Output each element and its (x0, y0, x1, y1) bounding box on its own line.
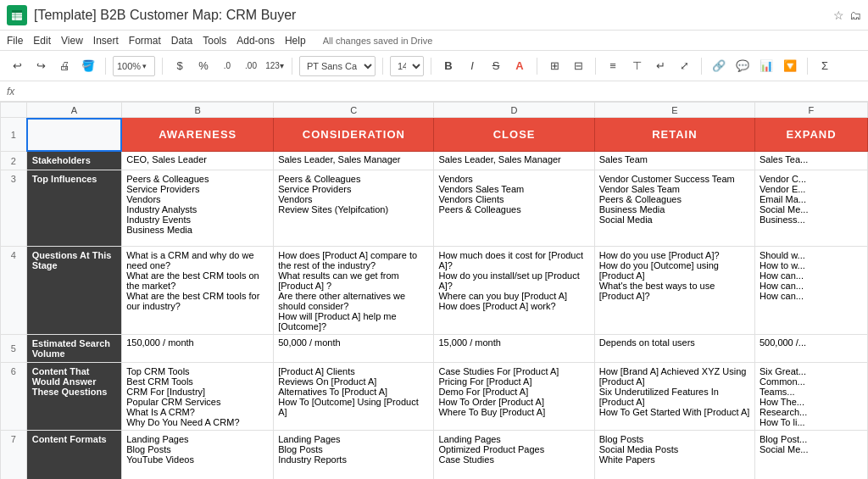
cell-f4[interactable]: Should w... How to w... How can... How c… (754, 247, 867, 335)
formula-input[interactable] (21, 83, 861, 100)
currency-button[interactable]: $ (170, 56, 190, 76)
title-icons: ☆ 🗂 (833, 8, 861, 22)
row-num-6: 6 (1, 363, 27, 431)
percent-button[interactable]: % (193, 56, 214, 76)
formula-bar: fx (0, 81, 868, 102)
menu-help[interactable]: Help (285, 35, 306, 47)
cell-f7[interactable]: Blog Post... Social Me... (754, 431, 867, 480)
chart-button[interactable]: 📊 (756, 56, 776, 76)
cell-e2[interactable]: Sales Team (594, 152, 754, 170)
cell-a7[interactable]: Content Formats (26, 431, 122, 480)
cell-c6[interactable]: [Product A] Clients Reviews On [Product … (274, 363, 434, 431)
menu-edit[interactable]: Edit (33, 35, 51, 47)
cell-d4[interactable]: How much does it cost for [Product A]? H… (434, 247, 594, 335)
cell-a3[interactable]: Top Influences (26, 170, 122, 247)
toolbar-sep-5 (431, 58, 431, 75)
menu-file[interactable]: File (7, 35, 23, 47)
valign-button[interactable]: ⊤ (626, 56, 647, 76)
rotate-button[interactable]: ⤢ (674, 56, 694, 76)
fx-label: fx (7, 86, 14, 97)
menu-format[interactable]: Format (129, 35, 161, 47)
bold-button[interactable]: B (438, 56, 459, 76)
undo-button[interactable]: ↩ (7, 56, 27, 76)
cell-b6[interactable]: Top CRM Tools Best CRM Tools CRM For [In… (122, 363, 274, 431)
stage-header-awareness[interactable]: AWARENESS (122, 118, 274, 152)
cell-a4[interactable]: Questions At This Stage (26, 247, 122, 335)
redo-button[interactable]: ↪ (31, 56, 51, 76)
table-row: 2 Stakeholders CEO, Sales Leader Sales L… (1, 152, 868, 170)
menu-tools[interactable]: Tools (203, 35, 226, 47)
cell-b3[interactable]: Peers & Colleagues Service Providers Ven… (122, 170, 274, 247)
cell-c3[interactable]: Peers & Colleagues Service Providers Ven… (274, 170, 434, 247)
link-button[interactable]: 🔗 (709, 56, 729, 76)
cell-f3[interactable]: Vendor C... Vendor E... Email Ma... Soci… (754, 170, 867, 247)
col-header-b[interactable]: B (122, 103, 274, 118)
cell-a6[interactable]: Content That Would Answer These Question… (26, 363, 122, 431)
toolbar-sep-2 (162, 58, 163, 75)
cell-e6[interactable]: How [Brand A] Achieved XYZ Using [Produc… (594, 363, 754, 431)
cell-c2[interactable]: Sales Leader, Sales Manager (274, 152, 434, 170)
table-row: 7 Content Formats Landing Pages Blog Pos… (1, 431, 868, 480)
cell-e4[interactable]: How do you use [Product A]? How do you [… (594, 247, 754, 335)
stage-header-close[interactable]: CLOSE (434, 118, 594, 152)
cell-e5[interactable]: Depends on total users (594, 335, 754, 363)
paint-format-button[interactable]: 🪣 (78, 56, 98, 76)
function-button[interactable]: Σ (815, 56, 835, 76)
cell-b5[interactable]: 150,000 / month (122, 335, 274, 363)
text-color-button[interactable]: A (509, 56, 530, 76)
stage-header-retain[interactable]: RETAIN (594, 118, 754, 152)
table-row: 4 Questions At This Stage What is a CRM … (1, 247, 868, 335)
zoom-selector[interactable]: 100% ▾ (113, 56, 155, 76)
col-header-f[interactable]: F (754, 103, 867, 118)
menu-addons[interactable]: Add-ons (236, 35, 275, 47)
font-selector[interactable]: PT Sans Ca... (299, 56, 376, 76)
menu-view[interactable]: View (61, 35, 83, 47)
toolbar-sep-4 (382, 58, 383, 75)
comment-button[interactable]: 💬 (732, 56, 753, 76)
col-header-d[interactable]: D (434, 103, 594, 118)
cell-f2[interactable]: Sales Tea... (754, 152, 867, 170)
col-header-e[interactable]: E (594, 103, 754, 118)
merge-cells-button[interactable]: ⊟ (568, 56, 588, 76)
decimal-increase-button[interactable]: .00 (241, 56, 261, 76)
col-header-a[interactable]: A (26, 103, 122, 118)
align-button[interactable]: ≡ (603, 56, 623, 76)
cell-d3[interactable]: Vendors Vendors Sales Team Vendors Clien… (434, 170, 594, 247)
cell-b7[interactable]: Landing Pages Blog Posts YouTube Videos (122, 431, 274, 480)
filter-button[interactable]: 🔽 (780, 56, 800, 76)
cell-c4[interactable]: How does [Product A] compare to the rest… (274, 247, 434, 335)
font-size-selector[interactable]: 14 (390, 56, 424, 76)
more-formats-button[interactable]: 123▾ (264, 56, 285, 76)
toolbar-sep-3 (292, 58, 292, 75)
cell-d6[interactable]: Case Studies For [Product A] Pricing For… (434, 363, 594, 431)
col-header-c[interactable]: C (274, 103, 434, 118)
cell-c7[interactable]: Landing Pages Blog Posts Industry Report… (274, 431, 434, 480)
title-bar: [Template] B2B Customer Map: CRM Buyer ☆… (0, 0, 868, 31)
cell-b2[interactable]: CEO, Sales Leader (122, 152, 274, 170)
cell-f5[interactable]: 500,000 /... (754, 335, 867, 363)
folder-icon[interactable]: 🗂 (849, 8, 861, 22)
print-button[interactable]: 🖨 (54, 56, 75, 76)
cell-d7[interactable]: Landing Pages Optimized Product Pages Ca… (434, 431, 594, 480)
menu-insert[interactable]: Insert (93, 35, 119, 47)
cell-f6[interactable]: Six Great... Common... Teams... How The.… (754, 363, 867, 431)
decimal-decrease-button[interactable]: .0 (217, 56, 237, 76)
cell-e3[interactable]: Vendor Customer Success Team Vendor Sale… (594, 170, 754, 247)
toolbar-sep-9 (807, 58, 808, 75)
stage-header-expand[interactable]: EXPAND (754, 118, 867, 152)
menu-data[interactable]: Data (171, 35, 192, 47)
cell-b4[interactable]: What is a CRM and why do we need one? Wh… (122, 247, 274, 335)
italic-button[interactable]: I (462, 56, 482, 76)
wrap-button[interactable]: ↵ (650, 56, 670, 76)
cell-c5[interactable]: 50,000 / month (274, 335, 434, 363)
cell-e7[interactable]: Blog Posts Social Media Posts White Pape… (594, 431, 754, 480)
cell-d2[interactable]: Sales Leader, Sales Manager (434, 152, 594, 170)
borders-button[interactable]: ⊞ (544, 56, 565, 76)
cell-a2[interactable]: Stakeholders (26, 152, 122, 170)
stage-header-consideration[interactable]: CONSIDERATION (274, 118, 434, 152)
strikethrough-button[interactable]: S (486, 56, 506, 76)
cell-a1[interactable] (26, 118, 122, 152)
cell-a5[interactable]: Estimated Search Volume (26, 335, 122, 363)
star-icon[interactable]: ☆ (833, 8, 844, 22)
cell-d5[interactable]: 15,000 / month (434, 335, 594, 363)
